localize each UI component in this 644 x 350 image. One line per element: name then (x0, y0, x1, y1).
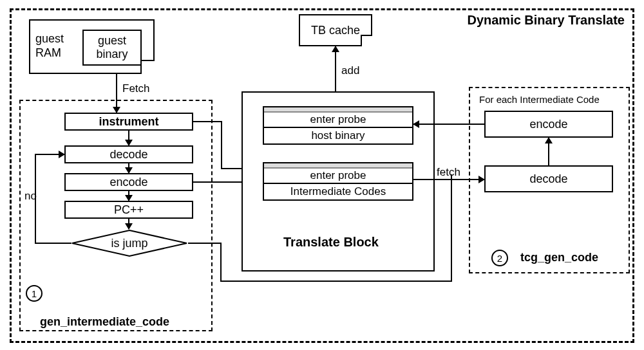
step-instrument: instrument (64, 113, 193, 131)
tb-cache-box: TB cache (299, 14, 372, 46)
gen-circle-1: 1 (26, 285, 43, 302)
step-encode: encode (64, 173, 193, 191)
arrow-no-horiz (35, 243, 71, 244)
arrow-pcpp-isjump (128, 219, 129, 229)
add-label: add (341, 64, 359, 77)
guest-ram-label: guest RAM (35, 32, 64, 60)
intermediate-codes-stack: enter probe Intermediate Codes (263, 162, 413, 201)
arrow-yes-seg1 (188, 243, 222, 244)
arrow-instr-seg2 (221, 121, 222, 169)
fetch-label: Fetch (122, 82, 150, 95)
arrow-instrument-decode (128, 131, 129, 145)
is-jump-decision: is jump (71, 229, 188, 257)
diagram-title: Dynamic Binary Translate (467, 13, 625, 28)
guest-binary-box: guest binary (82, 30, 142, 66)
arrow-yes-seg2 (220, 243, 222, 281)
arrow-instr-seg1 (193, 121, 222, 122)
gen-intermediate-code-label: gen_intermediate_code (40, 315, 169, 329)
tcg-header: For each Intermediate Code (479, 94, 600, 105)
arrow-yes-seg3 (220, 281, 452, 282)
step-decode: decode (64, 145, 193, 163)
translate-block-title: Translate Block (283, 235, 379, 250)
host-binary-stack: enter probe host binary (263, 106, 413, 145)
is-jump-label: is jump (71, 229, 188, 257)
tcg-decode-box: decode (484, 165, 613, 192)
host-binary-cell: host binary (264, 128, 412, 143)
arrow-yes-seg4 (451, 174, 452, 282)
step-pcpp: PC++ (64, 201, 193, 219)
ic-enter-probe: enter probe (264, 169, 412, 184)
guest-ram-block: guest RAM guest binary (29, 19, 155, 74)
tcg-encode-box: encode (484, 111, 613, 138)
arrow-encode2-to-host (413, 124, 484, 125)
arrow-add-to-tbcache (335, 46, 336, 91)
no-label: no (24, 190, 37, 203)
arrow-decode2-encode2 (548, 138, 549, 165)
arrow-decode-encode (128, 163, 129, 173)
intermediate-codes-cell: Intermediate Codes (264, 184, 412, 199)
arrow-encode-pcpp (128, 191, 129, 201)
tcg-circle-2: 2 (491, 250, 508, 266)
tcg-gen-code-label: tcg_gen_code (520, 251, 598, 264)
fetch2-label: fetch (437, 166, 460, 179)
host-enter-probe: enter probe (264, 113, 412, 128)
arrow-no-into-decode (35, 154, 64, 155)
